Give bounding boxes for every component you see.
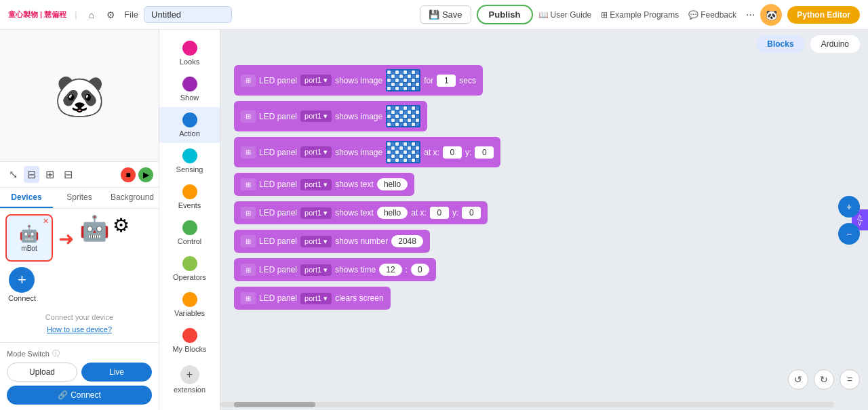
block-hello-2[interactable]: hello <box>377 207 408 219</box>
block-port-4[interactable]: port1 ▾ <box>300 179 332 190</box>
undo-button[interactable]: ↺ <box>788 369 808 390</box>
blocks-tab[interactable]: Blocks <box>756 35 804 53</box>
horizontal-scrollbar[interactable] <box>220 402 834 407</box>
led-image-1[interactable] <box>386 69 420 91</box>
block-port-6[interactable]: port1 ▾ <box>300 236 332 247</box>
live-mode-button[interactable]: Live <box>81 363 152 382</box>
operators-dot <box>182 256 197 271</box>
block-number-val[interactable]: 2048 <box>391 235 423 247</box>
category-action[interactable]: Action <box>159 107 220 143</box>
panda-sprite: 🐼 <box>54 72 105 120</box>
category-events[interactable]: Events <box>159 179 220 215</box>
category-sensing[interactable]: Sensing <box>159 143 220 179</box>
block-text-4b: shows text <box>335 180 374 189</box>
save-button[interactable]: 💾 Save <box>420 5 471 24</box>
block-icon-8: ⊞ <box>241 292 256 304</box>
grid-small-button[interactable]: ⊟ <box>24 166 39 183</box>
block-led-time[interactable]: ⊞ LED panel port1 ▾ shows time 12 : 0 <box>234 258 436 281</box>
block-row-8: ⊞ LED panel port1 ▾ clears screen <box>234 287 854 310</box>
block-icon-5: ⊞ <box>241 207 256 219</box>
fit-screen-button[interactable]: = <box>840 369 860 390</box>
block-colon: : <box>406 265 408 274</box>
block-value-x[interactable]: 0 <box>443 146 462 159</box>
more-menu-button[interactable]: ··· <box>746 9 755 21</box>
settings-button[interactable]: ⚙ <box>103 7 119 22</box>
tab-background[interactable]: Background <box>106 188 159 208</box>
chat-icon: 💬 <box>688 10 698 20</box>
led-image-2[interactable] <box>386 105 420 127</box>
category-variables[interactable]: Variables <box>159 287 220 323</box>
redo-button[interactable]: ↻ <box>814 369 834 390</box>
action-dot <box>182 112 197 127</box>
block-led-text[interactable]: ⊞ LED panel port1 ▾ shows text hello <box>234 173 414 196</box>
category-myblocks[interactable]: My Blocks <box>159 323 220 358</box>
extension-label: extension <box>174 386 205 394</box>
stop-button[interactable]: ■ <box>121 167 136 182</box>
grid-medium-button[interactable]: ⊞ <box>42 166 58 183</box>
block-row-4: ⊞ LED panel port1 ▾ shows text hello <box>234 173 854 196</box>
left-panel: 🐼 ⤡ ⊟ ⊞ ⊟ ■ ▶ Devices Sprites Background… <box>0 30 159 410</box>
block-hello-1[interactable]: hello <box>377 178 408 190</box>
block-text-3c: at x: <box>424 148 439 157</box>
home-button[interactable]: ⌂ <box>85 7 98 22</box>
grid-large-button[interactable]: ⊟ <box>60 166 76 183</box>
block-port-7[interactable]: port1 ▾ <box>300 264 332 276</box>
block-port-5[interactable]: port1 ▾ <box>300 207 332 219</box>
project-title-input[interactable] <box>144 6 232 23</box>
block-value-y[interactable]: 0 <box>475 146 494 159</box>
python-editor-button[interactable]: Python Editor <box>787 6 860 24</box>
mbot-device-card[interactable]: ✕ 🤖 mBot <box>5 214 53 262</box>
block-port-3[interactable]: port1 ▾ <box>300 146 332 158</box>
close-device-icon[interactable]: ✕ <box>43 217 49 226</box>
expand-button[interactable]: ⤡ <box>5 166 21 183</box>
add-device-button[interactable]: + <box>9 267 35 293</box>
category-looks[interactable]: Looks <box>159 35 220 71</box>
blocks-canvas[interactable]: ⊞ LED panel port1 ▾ shows image for 1 se… <box>220 58 868 408</box>
block-led-number[interactable]: ⊞ LED panel port1 ▾ shows number 2048 <box>234 230 430 253</box>
extension-plus-icon: + <box>180 365 199 384</box>
block-port-2[interactable]: port1 ▾ <box>300 110 332 122</box>
zoom-in-button[interactable]: + <box>838 196 860 218</box>
arduino-tab[interactable]: Arduino <box>810 35 860 53</box>
block-row-1: ⊞ LED panel port1 ▾ shows image for 1 se… <box>234 65 854 96</box>
publish-button[interactable]: Publish <box>477 5 533 24</box>
block-text-3b: shows image <box>335 148 382 157</box>
block-value-x2[interactable]: 0 <box>430 207 449 219</box>
file-menu[interactable]: File <box>124 9 138 20</box>
link-icon: 🔗 <box>58 390 68 400</box>
block-led-text-at[interactable]: ⊞ LED panel port1 ▾ shows text hello at … <box>234 201 488 224</box>
block-led-image[interactable]: ⊞ LED panel port1 ▾ shows image <box>234 101 427 131</box>
block-led-image-at[interactable]: ⊞ LED panel port1 ▾ shows image at x: 0 … <box>234 137 500 167</box>
tab-sprites[interactable]: Sprites <box>53 188 106 208</box>
block-value-y2[interactable]: 0 <box>462 207 481 219</box>
extension-button[interactable]: + extension <box>159 361 220 398</box>
block-value-for[interactable]: 1 <box>437 75 456 87</box>
category-operators[interactable]: Operators <box>159 251 220 287</box>
block-port-8[interactable]: port1 ▾ <box>300 293 332 304</box>
play-button[interactable]: ▶ <box>138 167 153 182</box>
scrollbar-thumb[interactable] <box>234 402 315 407</box>
block-text-7b: shows time <box>335 265 376 274</box>
mode-buttons: Upload Live <box>7 363 152 382</box>
example-programs-link[interactable]: ⊞ Example Programs <box>601 10 679 20</box>
block-port-1[interactable]: port1 ▾ <box>300 75 332 86</box>
zoom-out-button[interactable]: − <box>838 223 860 245</box>
block-text-1b: shows image <box>335 76 382 85</box>
block-led-clear[interactable]: ⊞ LED panel port1 ▾ clears screen <box>234 287 391 310</box>
block-text-5d: y: <box>452 208 458 218</box>
grid-icon: ⊞ <box>601 10 608 20</box>
block-time-h[interactable]: 12 <box>379 264 401 276</box>
upload-mode-button[interactable]: Upload <box>7 363 77 382</box>
feedback-link[interactable]: 💬 Feedback <box>688 10 736 20</box>
tab-devices[interactable]: Devices <box>0 188 53 208</box>
avatar[interactable]: 🐼 <box>760 4 782 26</box>
user-guide-link[interactable]: 📖 User Guide <box>538 10 592 20</box>
led-image-3[interactable] <box>386 141 420 163</box>
category-show[interactable]: Show <box>159 71 220 107</box>
how-to-use-link[interactable]: How to use device? <box>47 325 112 333</box>
connect-button[interactable]: 🔗 Connect <box>7 386 152 405</box>
block-led-image-for[interactable]: ⊞ LED panel port1 ▾ shows image for 1 se… <box>234 65 483 96</box>
block-icon-2: ⊞ <box>241 110 256 123</box>
block-time-m[interactable]: 0 <box>411 264 429 276</box>
category-control[interactable]: Control <box>159 215 220 251</box>
